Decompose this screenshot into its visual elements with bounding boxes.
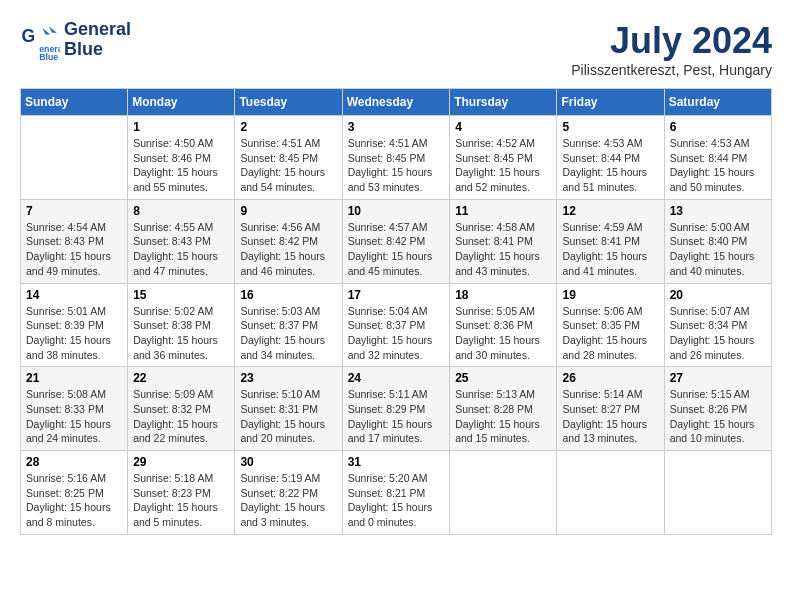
calendar-cell (21, 116, 128, 200)
calendar-cell: 11Sunrise: 4:58 AM Sunset: 8:41 PM Dayli… (450, 199, 557, 283)
day-number: 3 (348, 120, 445, 134)
day-info: Sunrise: 5:20 AM Sunset: 8:21 PM Dayligh… (348, 471, 445, 530)
weekday-header-sunday: Sunday (21, 89, 128, 116)
weekday-header-row: SundayMondayTuesdayWednesdayThursdayFrid… (21, 89, 772, 116)
day-number: 26 (562, 371, 658, 385)
logo-text-line2: Blue (64, 40, 131, 60)
day-info: Sunrise: 4:53 AM Sunset: 8:44 PM Dayligh… (562, 136, 658, 195)
calendar-cell: 13Sunrise: 5:00 AM Sunset: 8:40 PM Dayli… (664, 199, 771, 283)
day-info: Sunrise: 4:58 AM Sunset: 8:41 PM Dayligh… (455, 220, 551, 279)
day-number: 6 (670, 120, 766, 134)
weekday-header-friday: Friday (557, 89, 664, 116)
day-info: Sunrise: 5:06 AM Sunset: 8:35 PM Dayligh… (562, 304, 658, 363)
svg-text:Blue: Blue (39, 52, 58, 60)
title-section: July 2024 Pilisszentkereszt, Pest, Hunga… (571, 20, 772, 78)
day-info: Sunrise: 5:16 AM Sunset: 8:25 PM Dayligh… (26, 471, 122, 530)
day-number: 27 (670, 371, 766, 385)
logo-icon: G eneral Blue (20, 20, 60, 60)
day-info: Sunrise: 5:01 AM Sunset: 8:39 PM Dayligh… (26, 304, 122, 363)
day-number: 2 (240, 120, 336, 134)
day-info: Sunrise: 5:02 AM Sunset: 8:38 PM Dayligh… (133, 304, 229, 363)
logo-text-line1: General (64, 20, 131, 40)
weekday-header-wednesday: Wednesday (342, 89, 450, 116)
calendar-cell: 22Sunrise: 5:09 AM Sunset: 8:32 PM Dayli… (128, 367, 235, 451)
calendar-cell: 1Sunrise: 4:50 AM Sunset: 8:46 PM Daylig… (128, 116, 235, 200)
day-number: 10 (348, 204, 445, 218)
day-info: Sunrise: 5:10 AM Sunset: 8:31 PM Dayligh… (240, 387, 336, 446)
logo: G eneral Blue General Blue (20, 20, 131, 60)
day-number: 17 (348, 288, 445, 302)
calendar-week-row: 21Sunrise: 5:08 AM Sunset: 8:33 PM Dayli… (21, 367, 772, 451)
day-number: 8 (133, 204, 229, 218)
day-info: Sunrise: 5:05 AM Sunset: 8:36 PM Dayligh… (455, 304, 551, 363)
day-info: Sunrise: 5:19 AM Sunset: 8:22 PM Dayligh… (240, 471, 336, 530)
calendar-cell: 31Sunrise: 5:20 AM Sunset: 8:21 PM Dayli… (342, 451, 450, 535)
calendar-cell (664, 451, 771, 535)
calendar-cell: 2Sunrise: 4:51 AM Sunset: 8:45 PM Daylig… (235, 116, 342, 200)
calendar-cell: 9Sunrise: 4:56 AM Sunset: 8:42 PM Daylig… (235, 199, 342, 283)
day-number: 12 (562, 204, 658, 218)
calendar-cell: 23Sunrise: 5:10 AM Sunset: 8:31 PM Dayli… (235, 367, 342, 451)
calendar-cell: 10Sunrise: 4:57 AM Sunset: 8:42 PM Dayli… (342, 199, 450, 283)
day-info: Sunrise: 4:51 AM Sunset: 8:45 PM Dayligh… (240, 136, 336, 195)
page-header: G eneral Blue General Blue July 2024 Pil… (20, 20, 772, 78)
day-number: 21 (26, 371, 122, 385)
day-number: 16 (240, 288, 336, 302)
calendar-cell: 19Sunrise: 5:06 AM Sunset: 8:35 PM Dayli… (557, 283, 664, 367)
day-number: 29 (133, 455, 229, 469)
calendar-week-row: 7Sunrise: 4:54 AM Sunset: 8:43 PM Daylig… (21, 199, 772, 283)
calendar-cell: 3Sunrise: 4:51 AM Sunset: 8:45 PM Daylig… (342, 116, 450, 200)
calendar-week-row: 14Sunrise: 5:01 AM Sunset: 8:39 PM Dayli… (21, 283, 772, 367)
day-info: Sunrise: 5:08 AM Sunset: 8:33 PM Dayligh… (26, 387, 122, 446)
day-number: 4 (455, 120, 551, 134)
calendar-week-row: 28Sunrise: 5:16 AM Sunset: 8:25 PM Dayli… (21, 451, 772, 535)
calendar-cell: 30Sunrise: 5:19 AM Sunset: 8:22 PM Dayli… (235, 451, 342, 535)
day-info: Sunrise: 4:57 AM Sunset: 8:42 PM Dayligh… (348, 220, 445, 279)
day-info: Sunrise: 5:04 AM Sunset: 8:37 PM Dayligh… (348, 304, 445, 363)
calendar-cell: 17Sunrise: 5:04 AM Sunset: 8:37 PM Dayli… (342, 283, 450, 367)
calendar-table: SundayMondayTuesdayWednesdayThursdayFrid… (20, 88, 772, 535)
day-number: 20 (670, 288, 766, 302)
day-info: Sunrise: 4:56 AM Sunset: 8:42 PM Dayligh… (240, 220, 336, 279)
day-number: 14 (26, 288, 122, 302)
calendar-cell: 28Sunrise: 5:16 AM Sunset: 8:25 PM Dayli… (21, 451, 128, 535)
day-info: Sunrise: 4:52 AM Sunset: 8:45 PM Dayligh… (455, 136, 551, 195)
calendar-week-row: 1Sunrise: 4:50 AM Sunset: 8:46 PM Daylig… (21, 116, 772, 200)
day-number: 1 (133, 120, 229, 134)
day-number: 7 (26, 204, 122, 218)
location-label: Pilisszentkereszt, Pest, Hungary (571, 62, 772, 78)
calendar-cell: 15Sunrise: 5:02 AM Sunset: 8:38 PM Dayli… (128, 283, 235, 367)
day-info: Sunrise: 5:07 AM Sunset: 8:34 PM Dayligh… (670, 304, 766, 363)
day-number: 31 (348, 455, 445, 469)
day-number: 5 (562, 120, 658, 134)
day-info: Sunrise: 4:54 AM Sunset: 8:43 PM Dayligh… (26, 220, 122, 279)
day-number: 23 (240, 371, 336, 385)
calendar-cell: 8Sunrise: 4:55 AM Sunset: 8:43 PM Daylig… (128, 199, 235, 283)
day-number: 28 (26, 455, 122, 469)
calendar-cell: 14Sunrise: 5:01 AM Sunset: 8:39 PM Dayli… (21, 283, 128, 367)
day-info: Sunrise: 5:03 AM Sunset: 8:37 PM Dayligh… (240, 304, 336, 363)
day-info: Sunrise: 5:18 AM Sunset: 8:23 PM Dayligh… (133, 471, 229, 530)
calendar-cell: 6Sunrise: 4:53 AM Sunset: 8:44 PM Daylig… (664, 116, 771, 200)
month-year-title: July 2024 (571, 20, 772, 62)
calendar-cell: 7Sunrise: 4:54 AM Sunset: 8:43 PM Daylig… (21, 199, 128, 283)
day-info: Sunrise: 4:59 AM Sunset: 8:41 PM Dayligh… (562, 220, 658, 279)
calendar-cell: 16Sunrise: 5:03 AM Sunset: 8:37 PM Dayli… (235, 283, 342, 367)
calendar-cell: 12Sunrise: 4:59 AM Sunset: 8:41 PM Dayli… (557, 199, 664, 283)
day-info: Sunrise: 5:00 AM Sunset: 8:40 PM Dayligh… (670, 220, 766, 279)
day-info: Sunrise: 5:13 AM Sunset: 8:28 PM Dayligh… (455, 387, 551, 446)
day-info: Sunrise: 4:55 AM Sunset: 8:43 PM Dayligh… (133, 220, 229, 279)
calendar-cell (557, 451, 664, 535)
day-number: 24 (348, 371, 445, 385)
weekday-header-thursday: Thursday (450, 89, 557, 116)
day-number: 9 (240, 204, 336, 218)
day-info: Sunrise: 5:14 AM Sunset: 8:27 PM Dayligh… (562, 387, 658, 446)
weekday-header-saturday: Saturday (664, 89, 771, 116)
calendar-cell: 4Sunrise: 4:52 AM Sunset: 8:45 PM Daylig… (450, 116, 557, 200)
svg-text:G: G (22, 26, 36, 46)
calendar-cell: 21Sunrise: 5:08 AM Sunset: 8:33 PM Dayli… (21, 367, 128, 451)
calendar-cell: 20Sunrise: 5:07 AM Sunset: 8:34 PM Dayli… (664, 283, 771, 367)
calendar-cell (450, 451, 557, 535)
day-number: 25 (455, 371, 551, 385)
calendar-cell: 24Sunrise: 5:11 AM Sunset: 8:29 PM Dayli… (342, 367, 450, 451)
